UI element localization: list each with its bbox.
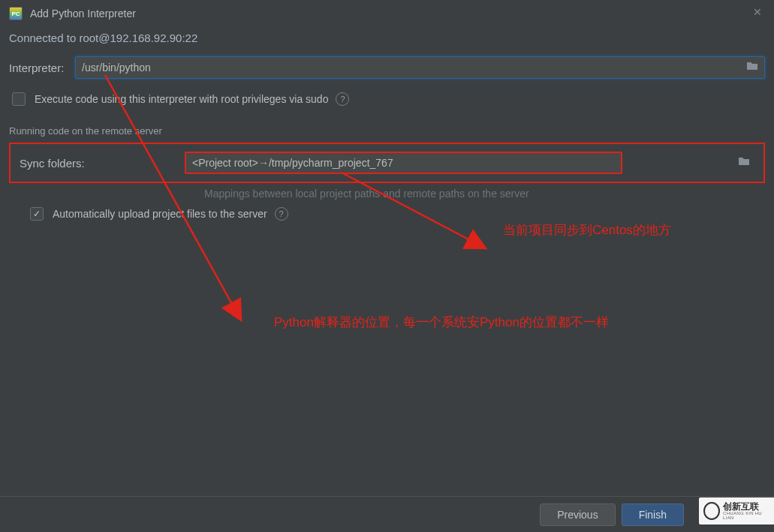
sudo-label: Execute code using this interpreter with…	[35, 93, 328, 105]
connected-status: Connected to root@192.168.92.90:22	[9, 27, 765, 56]
sync-folders-highlight: Sync folders: <Project root>→/tmp/pychar…	[9, 143, 765, 183]
dialog-title: Add Python Interpreter	[30, 8, 136, 20]
titlebar: PC Add Python Interpreter ✕	[0, 0, 774, 27]
interpreter-input-wrap[interactable]	[75, 56, 765, 79]
pycharm-icon: PC	[9, 7, 23, 20]
annotation-text-centos: 当前项目同步到Centos的地方	[503, 221, 671, 239]
browse-folder-icon[interactable]	[746, 61, 758, 74]
remote-section-title: Running code on the remote server	[9, 125, 765, 137]
mapping-hint: Mappings between local project paths and…	[204, 188, 765, 200]
dialog-footer: Previous Finish	[0, 496, 774, 532]
watermark: 创新互联 CHUANG XIN HU LIAN	[699, 497, 774, 524]
help-icon[interactable]: ?	[336, 92, 349, 106]
interpreter-input[interactable]	[82, 62, 746, 74]
finish-button[interactable]: Finish	[622, 503, 684, 526]
interpreter-row: Interpreter:	[9, 56, 765, 79]
previous-button[interactable]: Previous	[540, 503, 615, 526]
interpreter-label: Interpreter:	[9, 62, 75, 74]
watermark-logo-icon	[703, 502, 720, 520]
sudo-checkbox-row: Execute code using this interpreter with…	[9, 89, 765, 115]
annotation-text-python: Python解释器的位置，每一个系统安Python的位置都不一样	[274, 314, 609, 331]
auto-upload-checkbox[interactable]	[30, 207, 44, 221]
watermark-en: CHUANG XIN HU LIAN	[723, 511, 769, 520]
dialog-content: Connected to root@192.168.92.90:22 Inter…	[0, 27, 774, 236]
sync-folders-label: Sync folders:	[20, 157, 185, 170]
sudo-checkbox[interactable]	[12, 92, 26, 106]
watermark-cn: 创新互联	[723, 502, 769, 511]
auto-upload-label: Automatically upload project files to th…	[53, 208, 267, 220]
sync-browse-icon[interactable]	[738, 156, 750, 170]
sync-folders-input-wrap[interactable]: <Project root>→/tmp/pycharm_project_767	[185, 152, 622, 174]
auto-upload-help-icon[interactable]: ?	[275, 207, 288, 221]
close-icon[interactable]: ✕	[753, 6, 762, 18]
sync-folders-value: <Project root>→/tmp/pycharm_project_767	[192, 157, 615, 169]
